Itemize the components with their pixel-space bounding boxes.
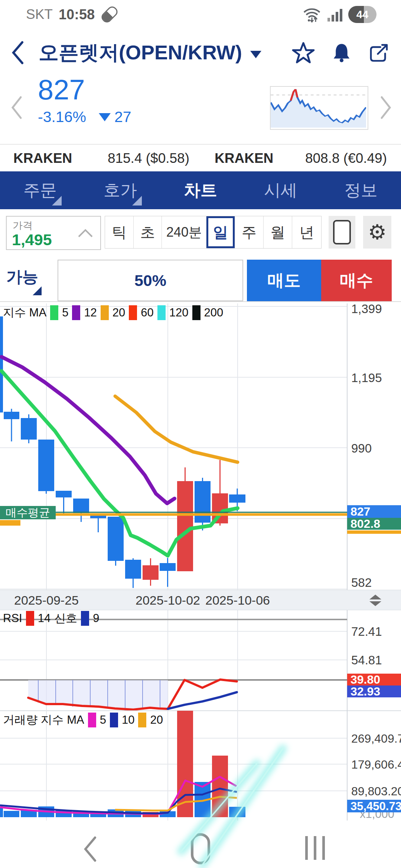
tab-label: 차트 bbox=[184, 179, 217, 201]
interval-틱[interactable]: 틱 bbox=[105, 216, 134, 248]
exchange-price: 808.8 (€0.49) bbox=[293, 151, 387, 166]
nav-back-icon[interactable] bbox=[82, 835, 98, 863]
date-tick: 2025-10-02 bbox=[136, 593, 200, 608]
legend-swatch bbox=[110, 713, 118, 727]
favorite-star-icon[interactable] bbox=[292, 42, 315, 64]
legend-swatch bbox=[26, 611, 34, 626]
date-tick: 2025-09-25 bbox=[14, 593, 79, 608]
silent-mode-icon bbox=[100, 4, 120, 24]
chart-settings-button[interactable]: ⚙ bbox=[363, 216, 391, 249]
available-flyout-icon bbox=[33, 286, 42, 295]
change-amount: 27 bbox=[114, 108, 131, 126]
legend-label: 20 bbox=[150, 713, 163, 727]
chart-compare-toggle[interactable] bbox=[329, 216, 355, 249]
ma-legend: 지수 MA5122060120200 bbox=[3, 305, 223, 320]
exchange-price: 815.4 ($0.58) bbox=[97, 151, 189, 166]
carrier-label: SKT bbox=[26, 7, 53, 22]
price-setting-box[interactable]: 가격 1,495 bbox=[6, 216, 101, 250]
collapse-chevron-icon bbox=[77, 228, 94, 238]
battery-percent: 44 bbox=[348, 6, 376, 23]
down-arrow-icon bbox=[99, 113, 111, 121]
candle bbox=[108, 517, 124, 561]
app-header: 오픈렛저(OPEN/KRW) bbox=[0, 32, 401, 73]
wifi-icon bbox=[302, 6, 322, 23]
legend-label: 120 bbox=[169, 306, 189, 319]
available-label[interactable]: 가능 bbox=[6, 266, 38, 288]
status-bar: SKT 10:58 44 bbox=[0, 0, 401, 29]
candle bbox=[56, 491, 72, 497]
panel-resize-handle[interactable] bbox=[369, 595, 381, 606]
volume-bar bbox=[0, 807, 3, 817]
trading-app-screen: SKT 10:58 44 bbox=[0, 0, 401, 868]
pair-title[interactable]: 오픈렛저(OPEN/KRW) bbox=[39, 39, 242, 66]
date-axis-band: 2025-09-252025-10-022025-10-06 bbox=[0, 590, 401, 610]
volume-bar bbox=[4, 811, 19, 817]
exchange-name: KRAKEN bbox=[13, 151, 72, 166]
mini-sparkline bbox=[270, 86, 368, 130]
candle bbox=[4, 412, 19, 419]
ma-line-MA20 bbox=[115, 396, 238, 462]
candle bbox=[38, 440, 54, 491]
y-axis-label: 269,409.791 bbox=[351, 732, 401, 745]
volume-bar bbox=[212, 756, 228, 817]
interval-월[interactable]: 월 bbox=[264, 216, 293, 248]
clock: 10:58 bbox=[59, 7, 95, 23]
avg-buy-badge-label: 802.8 bbox=[351, 517, 380, 530]
interval-일[interactable]: 일 bbox=[206, 216, 235, 248]
nav-home-icon[interactable] bbox=[191, 833, 210, 864]
legend-label: 5 bbox=[62, 306, 68, 319]
price-setting-label: 가격 bbox=[13, 219, 33, 232]
percent-input[interactable]: 50% bbox=[58, 260, 243, 301]
tab-차트[interactable]: 차트 bbox=[160, 171, 241, 209]
next-pair-icon[interactable] bbox=[379, 96, 392, 119]
tab-flyout-icon bbox=[132, 196, 142, 206]
y-axis-label: 1,399 bbox=[351, 303, 382, 316]
interval-주[interactable]: 주 bbox=[235, 216, 264, 248]
interval-년[interactable]: 년 bbox=[292, 216, 321, 248]
buy-button[interactable]: 매수 bbox=[321, 260, 392, 301]
candle bbox=[21, 418, 37, 440]
legend-swatch bbox=[72, 305, 80, 320]
alert-bell-icon[interactable] bbox=[331, 42, 352, 64]
y-axis-label: 990 bbox=[351, 441, 372, 455]
quick-order-row: 가능 50% 매도 매수 bbox=[0, 260, 401, 302]
legend-label: 14 bbox=[38, 612, 50, 625]
alert-line-left-mark bbox=[0, 520, 20, 526]
current-price-badge-label: 827 bbox=[351, 505, 370, 518]
back-icon[interactable] bbox=[10, 40, 25, 65]
alert-line-badge bbox=[347, 530, 401, 534]
legend-label: 200 bbox=[204, 306, 224, 319]
candle bbox=[73, 499, 89, 513]
legend-label: 10 bbox=[122, 713, 134, 727]
legend-swatch bbox=[138, 713, 146, 727]
battery-indicator: 44 bbox=[348, 6, 376, 23]
screen-frame-icon bbox=[333, 220, 351, 244]
legend-label: 12 bbox=[84, 306, 97, 319]
y-axis-label: 89,803.208 bbox=[351, 785, 401, 798]
nav-recents-icon[interactable] bbox=[305, 836, 325, 860]
tab-시세[interactable]: 시세 bbox=[241, 171, 321, 209]
signal-strength-icon bbox=[327, 7, 343, 22]
prev-pair-icon[interactable] bbox=[10, 96, 23, 119]
y-axis-label: 582 bbox=[351, 576, 372, 589]
candlestick-chart[interactable]: 1,3991,195990582827802.8매수평균 bbox=[0, 303, 401, 590]
rsi-series-line bbox=[168, 692, 237, 709]
share-icon[interactable] bbox=[368, 42, 390, 64]
main-tab-bar: 주문호가차트시세정보 bbox=[0, 171, 401, 209]
y-axis-label: 72.41 bbox=[351, 625, 382, 638]
tab-호가[interactable]: 호가 bbox=[80, 171, 160, 209]
interval-240분[interactable]: 240분 bbox=[162, 216, 206, 248]
legend-swatch bbox=[192, 305, 200, 320]
candle bbox=[0, 316, 3, 412]
legend-swatch bbox=[81, 611, 89, 626]
pair-dropdown-icon[interactable] bbox=[250, 51, 261, 58]
change-percent: -3.16% bbox=[38, 108, 86, 126]
interval-초[interactable]: 초 bbox=[134, 216, 162, 248]
volume-legend: 거래량 지수 MA51020 bbox=[3, 712, 163, 728]
price-change: -3.16% 27 bbox=[38, 108, 131, 126]
legend-label: 거래량 지수 MA bbox=[3, 712, 84, 728]
sell-button[interactable]: 매도 bbox=[247, 260, 321, 301]
tab-주문[interactable]: 주문 bbox=[0, 171, 80, 209]
legend-swatch bbox=[129, 305, 137, 320]
tab-정보[interactable]: 정보 bbox=[321, 171, 401, 209]
